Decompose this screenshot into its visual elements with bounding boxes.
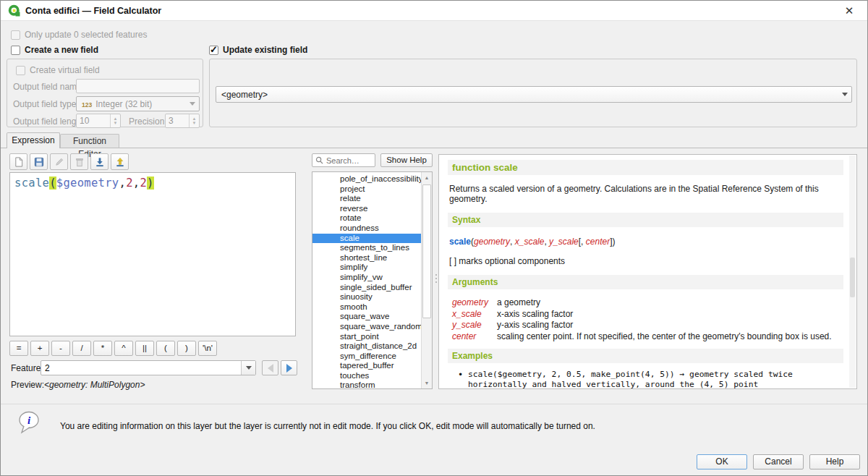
- function-list-item[interactable]: simplify_vw: [312, 273, 421, 283]
- titlebar: Conta edifici — Field Calculator ✕: [1, 1, 867, 21]
- function-list-item[interactable]: shortest_line: [312, 253, 421, 263]
- optional-note: [ ] marks optional components: [449, 256, 848, 266]
- function-list-item[interactable]: scale: [312, 234, 421, 244]
- function-list-item[interactable]: rotate: [312, 213, 421, 224]
- precision-spinner: 3 ▲▼: [165, 114, 200, 128]
- arrow-left-icon: [268, 364, 273, 373]
- operator-button[interactable]: ^: [114, 341, 133, 356]
- function-search[interactable]: [312, 153, 375, 167]
- search-input[interactable]: [326, 156, 368, 165]
- qgis-logo-icon: [8, 4, 21, 17]
- checkbox-box[interactable]: ✓: [209, 46, 218, 55]
- function-list-item[interactable]: start_point: [312, 332, 421, 342]
- argument-description: a geometry: [497, 297, 540, 309]
- export-expression-button[interactable]: [111, 153, 129, 170]
- bottom-separator: [1, 404, 867, 404]
- scrollbar-thumb[interactable]: [422, 184, 431, 318]
- feature-input[interactable]: [41, 361, 241, 375]
- expression-token: 2: [140, 177, 147, 190]
- function-list-item[interactable]: simplify: [312, 263, 421, 273]
- existing-field-combo[interactable]: <geometry>: [216, 86, 852, 103]
- help-button[interactable]: Help: [809, 454, 860, 469]
- operator-button[interactable]: /: [72, 341, 91, 356]
- output-field-type-combo: 123Integer (32 bit): [76, 96, 200, 111]
- pencil-icon: [54, 157, 64, 167]
- function-list-item[interactable]: smooth: [312, 302, 421, 313]
- function-list-item[interactable]: segments_to_lines: [312, 243, 421, 253]
- example-item: scale($geometry, 2, 0.5, make_point(4, 5…: [458, 370, 849, 389]
- expression-token: (: [49, 177, 56, 190]
- arrow-right-icon: [286, 364, 292, 373]
- next-feature-button[interactable]: [281, 360, 297, 375]
- export-up-arrow-icon: [115, 157, 125, 167]
- preview-value: <geometry: MultiPolygon>: [44, 380, 145, 390]
- examples-list: scale($geometry, 2, 0.5, make_point(4, 5…: [458, 370, 849, 389]
- scroll-up-icon[interactable]: ▲: [422, 172, 432, 183]
- function-help-panel: function scale Returns a scaled version …: [438, 154, 857, 389]
- help-title: function scale: [448, 160, 843, 175]
- ok-button[interactable]: OK: [697, 454, 747, 469]
- function-list-item[interactable]: square_wave: [312, 312, 421, 322]
- help-scrollbar[interactable]: [849, 156, 856, 388]
- expression-token: 2: [126, 177, 133, 190]
- operator-button[interactable]: ): [177, 341, 196, 356]
- expression-toolbar: [9, 153, 129, 170]
- chevron-down-icon[interactable]: [241, 361, 255, 375]
- function-list-item[interactable]: pole_of_inaccessibility: [312, 174, 421, 184]
- previous-feature-button: [262, 360, 278, 375]
- create-new-field-checkbox[interactable]: Create a new field: [11, 45, 98, 55]
- checkbox-box: [11, 30, 20, 40]
- chevron-down-icon[interactable]: [838, 93, 851, 96]
- syntax-header: Syntax: [448, 213, 843, 227]
- import-expression-button[interactable]: [90, 153, 109, 170]
- function-list-item[interactable]: sym_difference: [312, 352, 421, 362]
- function-list-item[interactable]: single_sided_buffer: [312, 283, 421, 293]
- expression-token: $geometry: [56, 177, 119, 190]
- operator-button[interactable]: (: [156, 341, 175, 356]
- show-help-button[interactable]: Show Help: [380, 153, 433, 167]
- function-list-item[interactable]: reverse: [312, 204, 421, 214]
- existing-field-group: <geometry>: [209, 59, 857, 127]
- expression-editor[interactable]: scale($geometry,2,2): [9, 172, 296, 336]
- argument-row: x_scalex-axis scaling factor: [452, 309, 848, 320]
- edit-expression-button: [50, 153, 68, 170]
- function-list-item[interactable]: project: [312, 184, 421, 195]
- operator-button[interactable]: *: [93, 341, 112, 356]
- scroll-down-icon[interactable]: ▼: [422, 378, 432, 388]
- function-list-item[interactable]: relate: [312, 194, 421, 204]
- save-expression-button[interactable]: [30, 153, 48, 170]
- feature-combo[interactable]: [41, 360, 256, 375]
- argument-description: y-axis scaling factor: [497, 320, 573, 331]
- examples-header: Examples: [448, 349, 843, 363]
- output-field-length-spinner: 10 ▲▼: [76, 114, 121, 128]
- close-icon[interactable]: ✕: [841, 4, 857, 18]
- panel-splitter-handle[interactable]: [435, 274, 438, 283]
- function-list-item[interactable]: tapered_buffer: [312, 361, 421, 371]
- scrollbar-thumb[interactable]: [850, 258, 855, 297]
- checkbox-box[interactable]: [11, 46, 20, 55]
- tab-function-editor[interactable]: Function Editor: [60, 134, 119, 148]
- only-update-label: Only update 0 selected features: [25, 30, 147, 40]
- operator-buttons: =+-/*^||()'\n': [9, 341, 217, 356]
- output-field-name-input: [76, 79, 200, 93]
- operator-button[interactable]: =: [9, 341, 28, 356]
- function-list-item[interactable]: square_wave_random...: [312, 322, 421, 332]
- update-existing-field-checkbox[interactable]: ✓ Update existing field: [209, 45, 307, 55]
- operator-button[interactable]: -: [51, 341, 70, 356]
- function-list-item[interactable]: sinuosity: [312, 292, 421, 302]
- function-list-scrollbar[interactable]: ▲ ▼: [421, 172, 432, 388]
- cancel-button[interactable]: Cancel: [753, 454, 804, 469]
- operator-button[interactable]: ||: [135, 341, 154, 356]
- operator-button[interactable]: '\n': [198, 341, 217, 356]
- tab-expression[interactable]: Expression: [7, 132, 60, 148]
- operator-button[interactable]: +: [30, 341, 49, 356]
- only-update-checkbox: Only update 0 selected features: [11, 30, 147, 40]
- function-list-item[interactable]: straight_distance_2d: [312, 341, 421, 352]
- new-expression-button[interactable]: [9, 153, 27, 170]
- magnifier-icon: [315, 156, 323, 164]
- arguments-header: Arguments: [448, 275, 843, 289]
- length-value: 10: [77, 114, 110, 127]
- function-list-item[interactable]: touches: [312, 371, 421, 381]
- function-list-item[interactable]: transform: [312, 381, 421, 389]
- function-list-item[interactable]: roundness: [312, 224, 421, 234]
